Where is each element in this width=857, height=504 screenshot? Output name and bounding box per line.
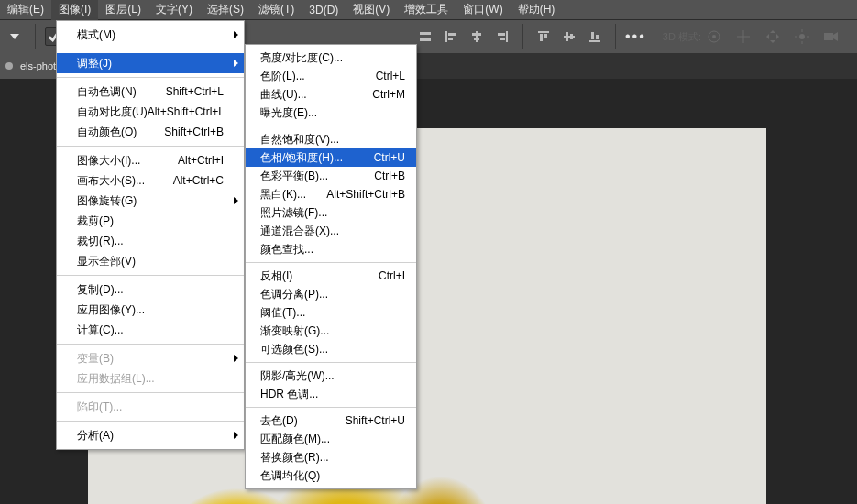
align-vcenter-icon[interactable] xyxy=(558,26,580,48)
svg-point-22 xyxy=(799,34,805,39)
menu-item-label: 自动对比度(U) xyxy=(77,104,148,120)
svg-rect-4 xyxy=(448,38,453,40)
menu-item[interactable]: 色相/饱和度(H)...Ctrl+U xyxy=(246,148,416,167)
svg-rect-15 xyxy=(566,32,568,41)
menu-item[interactable]: 图像旋转(G) xyxy=(57,191,244,211)
menu-item[interactable]: 通道混合器(X)... xyxy=(246,222,416,240)
menu-item[interactable]: 裁剪(P) xyxy=(57,211,244,231)
menu-item-shortcut: Shift+Ctrl+B xyxy=(164,126,224,138)
menu-item[interactable]: 自动对比度(U)Alt+Shift+Ctrl+L xyxy=(57,102,244,122)
menu-item[interactable]: 曲线(U)...Ctrl+M xyxy=(246,85,416,104)
menu-item-label: 黑白(K)... xyxy=(260,187,306,203)
menu-item[interactable]: 匹配颜色(M)... xyxy=(246,430,416,448)
menu-item[interactable]: 亮度/对比度(C)... xyxy=(246,49,416,67)
menubar-item[interactable]: 滤镜(T) xyxy=(251,0,302,20)
menu-item[interactable]: 自动色调(N)Shift+Ctrl+L xyxy=(57,82,244,102)
menubar-item[interactable]: 图像(I) xyxy=(51,0,98,20)
menubar-item[interactable]: 文字(Y) xyxy=(148,0,200,20)
menubar-item[interactable]: 编辑(E) xyxy=(0,0,51,20)
align-bottom-icon[interactable] xyxy=(584,26,606,48)
menu-item[interactable]: 曝光度(E)... xyxy=(246,104,416,122)
menu-item[interactable]: 图像大小(I)...Alt+Ctrl+I xyxy=(57,150,244,170)
menubar-item[interactable]: 选择(S) xyxy=(200,0,251,20)
dropdown-icon[interactable] xyxy=(4,26,26,48)
submenu-arrow-icon xyxy=(234,60,238,67)
menu-item[interactable]: 阴影/高光(W)... xyxy=(246,367,416,385)
menu-item[interactable]: 渐变映射(G)... xyxy=(246,322,416,340)
menu-item-label: 裁切(R)... xyxy=(77,234,124,249)
menu-item: 应用数据组(L)... xyxy=(57,368,244,389)
menu-item-label: 图像旋转(G) xyxy=(77,193,137,209)
menu-item[interactable]: 复制(D)... xyxy=(57,279,244,300)
menu-item[interactable]: 颜色查找... xyxy=(246,240,416,258)
submenu-arrow-icon xyxy=(234,31,238,38)
menubar-item[interactable]: 3D(D) xyxy=(302,1,346,19)
menubar-item[interactable]: 窗口(W) xyxy=(456,0,510,20)
menu-item-label: 颜色查找... xyxy=(260,242,313,257)
menu-item[interactable]: 色调分离(P)... xyxy=(246,285,416,303)
pan-icon[interactable] xyxy=(734,27,753,46)
menu-item[interactable]: 色调均化(Q) xyxy=(246,466,416,485)
menu-item[interactable]: 黑白(K)...Alt+Shift+Ctrl+B xyxy=(246,185,416,203)
menu-item-label: 曲线(U)... xyxy=(260,87,307,103)
menu-item[interactable]: 自然饱和度(V)... xyxy=(246,130,416,148)
align-edges-icon[interactable] xyxy=(414,26,436,48)
menu-item[interactable]: 调整(J) xyxy=(57,53,244,73)
menu-item[interactable]: 裁切(R)... xyxy=(57,231,244,251)
menu-item[interactable]: 色彩平衡(B)...Ctrl+B xyxy=(246,167,416,185)
menu-item[interactable]: HDR 色调... xyxy=(246,385,416,403)
menu-item[interactable]: 模式(M) xyxy=(57,25,244,45)
menubar-item[interactable]: 帮助(H) xyxy=(511,0,563,20)
menu-item-label: 反相(I) xyxy=(260,268,292,284)
menu-item-shortcut: Ctrl+B xyxy=(374,170,405,182)
menubar-item[interactable]: 增效工具 xyxy=(397,0,456,20)
menu-item-label: 色调均化(Q) xyxy=(260,468,320,484)
menubar-item[interactable]: 图层(L) xyxy=(98,0,148,20)
menu-item[interactable]: 显示全部(V) xyxy=(57,251,244,271)
align-top-icon[interactable] xyxy=(533,26,555,48)
menu-item[interactable]: 可选颜色(S)... xyxy=(246,340,416,358)
menu-item-label: 色彩平衡(B)... xyxy=(260,169,328,184)
svg-rect-12 xyxy=(540,34,543,41)
align-left-icon[interactable] xyxy=(440,26,462,48)
svg-rect-27 xyxy=(824,33,833,40)
move-icon[interactable] xyxy=(764,27,782,46)
menu-item[interactable]: 应用图像(Y)... xyxy=(57,300,244,320)
menu-item[interactable]: 色阶(L)...Ctrl+L xyxy=(246,67,416,85)
menu-item-shortcut: Ctrl+U xyxy=(374,151,405,164)
menu-item[interactable]: 分析(A) xyxy=(57,425,244,445)
menu-item-label: 渐变映射(G)... xyxy=(260,323,329,339)
align-right-icon[interactable] xyxy=(491,26,513,48)
light-icon[interactable] xyxy=(793,27,811,46)
menu-item-shortcut: Shift+Ctrl+L xyxy=(166,85,224,98)
menu-item[interactable]: 画布大小(S)...Alt+Ctrl+C xyxy=(57,170,244,191)
more-options-icon[interactable]: ••• xyxy=(625,28,646,45)
menu-item-shortcut: Alt+Ctrl+C xyxy=(173,174,224,187)
svg-rect-9 xyxy=(498,33,505,36)
menu-item[interactable]: 自动颜色(O)Shift+Ctrl+B xyxy=(57,122,244,142)
menu-item-label: 亮度/对比度(C)... xyxy=(260,50,343,66)
menu-item-shortcut: Ctrl+M xyxy=(372,88,405,101)
svg-rect-6 xyxy=(472,33,481,36)
orbit-icon[interactable] xyxy=(705,27,723,46)
menu-item[interactable]: 照片滤镜(F)... xyxy=(246,203,416,222)
menu-item[interactable]: 计算(C)... xyxy=(57,320,244,340)
separator xyxy=(35,24,36,49)
menubar-item[interactable]: 视图(V) xyxy=(346,0,397,20)
svg-rect-13 xyxy=(544,34,547,38)
menu-item-label: 自然饱和度(V)... xyxy=(260,132,339,148)
svg-rect-16 xyxy=(570,34,573,39)
svg-rect-5 xyxy=(476,31,478,42)
image-menu-dropdown: 模式(M)调整(J)自动色调(N)Shift+Ctrl+L自动对比度(U)Alt… xyxy=(56,20,245,450)
menu-item[interactable]: 阈值(T)... xyxy=(246,303,416,322)
svg-rect-0 xyxy=(420,32,431,35)
svg-rect-11 xyxy=(538,31,549,33)
svg-point-21 xyxy=(712,35,716,38)
menu-item[interactable]: 去色(D)Shift+Ctrl+U xyxy=(246,411,416,430)
align-hcenter-icon[interactable] xyxy=(466,26,488,48)
menu-item-label: 自动色调(N) xyxy=(77,84,137,100)
menu-item[interactable]: 反相(I)Ctrl+I xyxy=(246,267,416,285)
menu-item-label: 去色(D) xyxy=(260,413,298,429)
camera-icon[interactable] xyxy=(822,27,841,46)
menu-item[interactable]: 替换颜色(R)... xyxy=(246,448,416,466)
